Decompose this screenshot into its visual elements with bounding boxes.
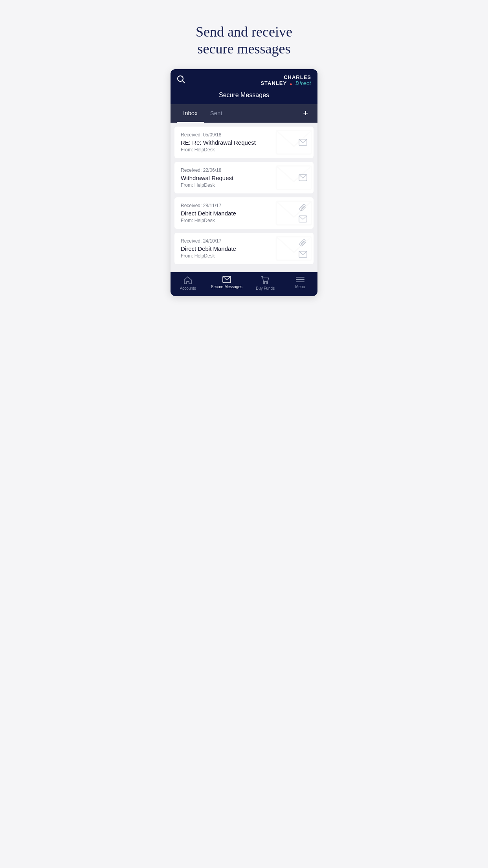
message-item[interactable]: Received: 28/11/17 Direct Debit Mandate … bbox=[174, 197, 314, 229]
nav-buy-funds-label: Buy Funds bbox=[256, 286, 275, 291]
message-item[interactable]: Received: 05/09/18 RE: Re: Withdrawal Re… bbox=[174, 127, 314, 158]
mail-icon bbox=[222, 276, 231, 283]
hero-line1: Send and receive bbox=[196, 24, 292, 40]
logo-direct: Direct bbox=[295, 80, 311, 86]
card-bg-decoration bbox=[270, 162, 314, 193]
nav-accounts-label: Accounts bbox=[180, 286, 196, 291]
header-top: CHARLES STANLEY ▲ Direct bbox=[177, 75, 311, 86]
nav-secure-messages[interactable]: Secure Messages bbox=[211, 276, 242, 291]
svg-rect-6 bbox=[276, 201, 312, 225]
app-header: CHARLES STANLEY ▲ Direct Secure Messages bbox=[171, 69, 317, 104]
home-icon bbox=[183, 276, 192, 285]
svg-rect-2 bbox=[276, 131, 312, 154]
compose-button[interactable]: + bbox=[300, 105, 311, 121]
logo-stanley: STANLEY bbox=[261, 80, 286, 86]
message-item[interactable]: Received: 24/10/17 Direct Debit Mandate … bbox=[174, 233, 314, 264]
phone-screen: CHARLES STANLEY ▲ Direct Secure Messages… bbox=[171, 69, 317, 296]
card-bg-decoration bbox=[270, 233, 314, 264]
tab-inbox[interactable]: Inbox bbox=[177, 104, 204, 123]
messages-list: Received: 05/09/18 RE: Re: Withdrawal Re… bbox=[171, 123, 317, 272]
hero-line2: secure messages bbox=[198, 41, 291, 57]
cart-icon bbox=[261, 276, 270, 285]
card-bg-decoration bbox=[270, 127, 314, 158]
message-item[interactable]: Received: 22/06/18 Withdrawal Request Fr… bbox=[174, 162, 314, 193]
phone-wrapper: Send and receive secure messages CHARLES bbox=[163, 8, 325, 296]
svg-line-1 bbox=[183, 81, 185, 83]
brand-logo: CHARLES STANLEY ▲ Direct bbox=[261, 75, 311, 86]
nav-buy-funds[interactable]: Buy Funds bbox=[253, 276, 277, 291]
logo-triangle: ▲ bbox=[289, 81, 294, 86]
nav-secure-messages-label: Secure Messages bbox=[211, 285, 242, 289]
nav-accounts[interactable]: Accounts bbox=[176, 276, 200, 291]
menu-icon bbox=[296, 276, 305, 283]
tab-sent[interactable]: Sent bbox=[204, 104, 229, 123]
nav-menu[interactable]: Menu bbox=[288, 276, 312, 291]
bottom-nav: Accounts Secure Messages Buy Funds bbox=[171, 272, 317, 296]
search-icon[interactable] bbox=[177, 75, 185, 86]
logo-charles: CHARLES bbox=[284, 74, 311, 80]
svg-point-12 bbox=[267, 282, 268, 283]
page-title: Secure Messages bbox=[177, 90, 311, 99]
tabs-bar: Inbox Sent + bbox=[171, 104, 317, 123]
hero-section: Send and receive secure messages bbox=[163, 8, 325, 69]
svg-point-11 bbox=[264, 282, 265, 283]
nav-menu-label: Menu bbox=[295, 285, 305, 289]
svg-rect-4 bbox=[276, 166, 312, 189]
card-bg-decoration bbox=[270, 197, 314, 229]
svg-rect-8 bbox=[276, 237, 312, 260]
